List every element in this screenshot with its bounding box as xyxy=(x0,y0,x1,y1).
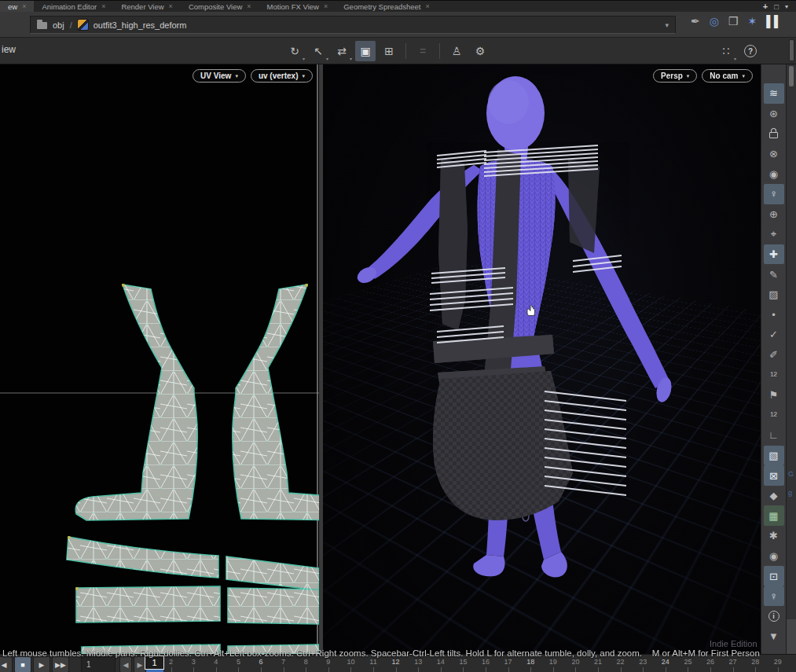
path-dropdown-icon[interactable]: ▾ xyxy=(665,21,669,29)
frame-tick xyxy=(755,667,756,672)
camera-plane-icon[interactable]: ▧ xyxy=(764,446,784,466)
help-icon[interactable]: ? xyxy=(744,45,757,57)
primitive-numbers-icon[interactable]: ¹² xyxy=(764,406,784,426)
chevron-down-icon: ▾ xyxy=(303,56,305,61)
path-bar: obj / outfit3_high_res_deform ▾ ✒◎❒✶▌▌ xyxy=(0,12,796,38)
tab-ew[interactable]: ew× xyxy=(0,1,34,12)
view-tool-icon-glyph: ↻ xyxy=(290,45,299,57)
tab-render-view[interactable]: Render View× xyxy=(113,1,180,12)
construction-tool-icon[interactable]: ✱ xyxy=(764,526,784,546)
tab-label: Composite View xyxy=(189,2,242,11)
zoom-view-icon[interactable]: ⌖ xyxy=(764,224,784,244)
visualizers-icon[interactable]: ♀ xyxy=(764,586,784,607)
uv-attribute-menu[interactable]: uv (vertex) ▾ xyxy=(251,69,313,83)
pose-character-icon-glyph: ♙ xyxy=(452,45,462,57)
tab-bar-tabs: ew×Animation Editor×Render View×Composit… xyxy=(0,1,757,12)
material-preview-icon[interactable]: ◉ xyxy=(764,163,784,184)
toolbar-right: ∷▾ ? xyxy=(716,41,757,61)
frame-tick xyxy=(778,667,779,672)
add-tab-button[interactable]: + xyxy=(757,1,774,12)
spiral-gallery-icon[interactable]: ◎ xyxy=(710,15,719,28)
tab-close-icon[interactable]: × xyxy=(324,2,328,10)
path-bar-icons: ✒◎❒✶▌▌ xyxy=(691,15,782,28)
lock-shape xyxy=(769,132,778,138)
equals-icon-glyph: = xyxy=(420,45,426,57)
tab-geometry-spreadsheet[interactable]: Geometry Spreadsheet× xyxy=(336,1,438,12)
window-icon[interactable]: □ xyxy=(774,2,779,11)
tab-animation-editor[interactable]: Animation Editor× xyxy=(34,1,113,12)
normals-icon[interactable]: ◆ xyxy=(764,486,784,506)
cube-icon[interactable]: ❒ xyxy=(728,15,739,28)
select-tool-icon[interactable]: ↖▾ xyxy=(308,41,328,61)
status-line-1: Left mouse tumbles. Middle pans. Right d… xyxy=(2,648,755,659)
point-numbers-icon[interactable]: ¹² xyxy=(764,365,784,385)
view-tool-icon[interactable]: ↻▾ xyxy=(284,41,305,61)
paint-mask-icon[interactable]: ▨ xyxy=(764,285,784,305)
pin-view-icon[interactable]: ✐ xyxy=(764,345,784,365)
chevron-down-icon: ▾ xyxy=(350,56,352,61)
tab-close-icon[interactable]: × xyxy=(169,2,173,10)
uv-quickshade-icon[interactable]: ≋ xyxy=(764,83,784,104)
strip-scroll-handle[interactable] xyxy=(789,66,794,86)
uv-edit-icon[interactable]: ▣ xyxy=(355,41,376,61)
magic-node-icon[interactable]: ✶ xyxy=(747,15,757,28)
pin-icon[interactable]: ✒ xyxy=(691,15,700,28)
path-node[interactable]: outfit3_high_res_deform xyxy=(94,20,187,30)
tab-label: Render View xyxy=(121,2,163,11)
equals-icon[interactable]: = xyxy=(413,41,433,61)
show-handles-icon[interactable]: ✚ xyxy=(764,244,784,265)
validate-geometry-icon[interactable]: ✓ xyxy=(764,325,784,345)
uv-view-menu[interactable]: UV View ▾ xyxy=(193,69,246,83)
tab-composite-view[interactable]: Composite View× xyxy=(181,1,259,12)
show-points-icon[interactable]: • xyxy=(764,305,784,325)
toolbar-separator xyxy=(439,43,440,59)
tab-bar: ew×Animation Editor×Render View×Composit… xyxy=(0,0,796,12)
viewport-info-icon[interactable]: i xyxy=(764,606,784,626)
hand-cursor xyxy=(524,303,537,317)
projection-menu[interactable]: Persp ▾ xyxy=(653,69,697,83)
tab-close-icon[interactable]: × xyxy=(425,2,429,10)
node-type-icon xyxy=(78,20,88,30)
path-separator: / xyxy=(70,20,72,30)
path-field[interactable]: obj / outfit3_high_res_deform ▾ xyxy=(30,16,676,34)
display-options-icon[interactable]: ⚙ xyxy=(470,41,490,61)
measure-corner-icon[interactable]: ∟ xyxy=(764,425,784,446)
view-image-icon[interactable]: ⊠ xyxy=(764,465,784,486)
camera-menu[interactable]: No cam ▾ xyxy=(702,69,753,83)
headlight-only-icon[interactable]: ♀ xyxy=(764,184,784,204)
split-pane-icon[interactable]: ▌▌ xyxy=(766,15,782,28)
record-view-icon[interactable]: ◉ xyxy=(764,546,784,567)
path-root[interactable]: obj xyxy=(53,20,64,30)
move-tool-icon[interactable]: ⇄▾ xyxy=(332,41,352,61)
add-view-icon[interactable]: ⊕ xyxy=(764,204,784,225)
box-select-icon-glyph: ⊞ xyxy=(384,45,394,57)
scene-canvas xyxy=(323,64,761,654)
toolbar-scroll-handle[interactable] xyxy=(789,39,794,61)
ring-shape: i xyxy=(768,611,779,622)
houdini-window: ew×Animation Editor×Render View×Composit… xyxy=(0,0,796,672)
perspective-viewport[interactable]: Persp ▾ No cam ▾ xyxy=(323,64,761,654)
sketch-brush-icon[interactable]: ✎ xyxy=(764,264,784,285)
chevron-down-icon[interactable]: ▾ xyxy=(785,3,788,10)
chevron-down-icon: ▾ xyxy=(302,73,305,79)
uv-pills: UV View ▾ uv (vertex) ▾ xyxy=(193,69,313,83)
lock-icon[interactable] xyxy=(764,123,784,144)
hide-other-objects-icon[interactable]: ⊗ xyxy=(764,144,784,164)
tab-close-icon[interactable]: × xyxy=(101,2,105,10)
tab-close-icon[interactable]: × xyxy=(247,2,251,10)
snapshot-icon[interactable]: ⊛ xyxy=(764,104,784,124)
pane-layout-icon[interactable]: ∷▾ xyxy=(716,41,736,61)
pose-character-icon[interactable]: ♙ xyxy=(446,41,467,61)
display-options-icon-glyph: ⚙ xyxy=(475,45,486,57)
box-select-icon[interactable]: ⊞ xyxy=(379,41,399,61)
tab-motion-fx-view[interactable]: Motion FX View× xyxy=(259,1,336,12)
tab-close-icon[interactable]: × xyxy=(22,2,26,10)
flipbook-icon[interactable]: ⊡ xyxy=(764,566,784,586)
pane-tab-label[interactable]: iew xyxy=(2,44,16,55)
more-options-icon[interactable]: ▼ xyxy=(764,626,784,647)
select-tool-icon-glyph: ↖ xyxy=(314,45,323,57)
uv-viewport[interactable]: UV View ▾ uv (vertex) ▾ xyxy=(0,64,319,654)
toolbar-separator xyxy=(405,43,406,59)
grid-display-icon[interactable]: ▦ xyxy=(764,505,784,526)
marker-flag-icon[interactable]: ⚑ xyxy=(764,385,784,406)
